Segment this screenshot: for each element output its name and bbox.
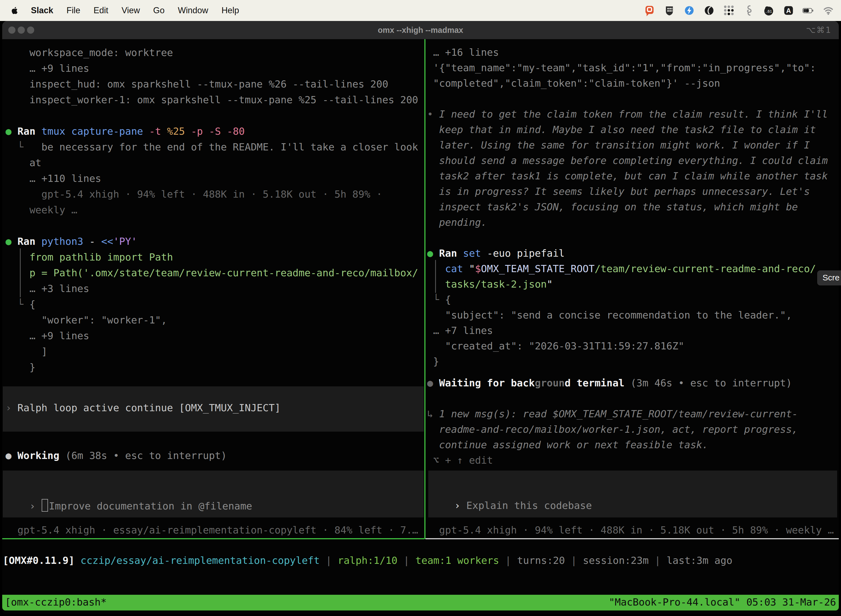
terminal-line: … +9 lines bbox=[6, 60, 424, 76]
omx-status-line: [OMX#0.11.9] cczip/essay/ai-reimplementa… bbox=[3, 554, 732, 567]
terminal-line: from pathlib import Path bbox=[6, 249, 424, 265]
screen-overlay-button[interactable]: Scre bbox=[817, 270, 841, 285]
left-session-status: gpt-5.4 xhigh · essay/ai-reimplementatio… bbox=[6, 524, 418, 537]
working-status: ● Working (6m 38s • esc to interrupt) bbox=[6, 449, 227, 462]
left-pane-log: workspace_mode: worktree … +9 lines insp… bbox=[6, 45, 424, 375]
chat-badge-icon[interactable] bbox=[643, 4, 656, 16]
terminal-line: └ be necessary for the end of the README… bbox=[6, 139, 424, 155]
ralph-loop-status: › Ralph loop active continue [OMX_TMUX_I… bbox=[6, 401, 281, 415]
terminal-line: … +3 lines bbox=[6, 281, 424, 296]
terminal-line: } bbox=[427, 354, 838, 369]
terminal-line: later. Using the same for transition mig… bbox=[427, 138, 838, 153]
terminal-line: › Ralph loop active continue [OMX_TMUX_I… bbox=[6, 401, 281, 415]
terminal-line: at bbox=[6, 155, 424, 170]
terminal-line: readme-and-reco/mailbox/worker-1.json, a… bbox=[427, 422, 838, 437]
terminal-line: keep that in mind. Maybe I also need the… bbox=[427, 122, 838, 138]
terminal-line: workspace_mode: worktree bbox=[6, 45, 424, 60]
composer-placeholder: Improve documentation in @filename bbox=[49, 500, 252, 512]
window-title-bar: omx --xhigh --madmax ⌥⌘1 bbox=[2, 21, 839, 40]
right-pane-bottom-border bbox=[425, 538, 839, 539]
screen-overlay-label: Scre bbox=[822, 273, 840, 282]
menu-window[interactable]: Window bbox=[178, 6, 208, 15]
terminal-line: "worker": "worker-1", bbox=[6, 312, 424, 328]
terminal-line: "MacBook-Pro-44.local" 05:03 31-Mar-26 bbox=[609, 596, 836, 608]
left-pane-bottom-border bbox=[2, 538, 424, 539]
menu-view[interactable]: View bbox=[122, 6, 140, 15]
terminal-line: inspect_worker-1: omx sparkshell --tmux-… bbox=[6, 92, 424, 108]
prompt-chevron: › bbox=[29, 500, 41, 512]
terminal-line: gpt-5.4 xhigh · essay/ai-reimplementatio… bbox=[6, 524, 418, 537]
right-session-status: gpt-5.4 xhigh · 94% left · 488K in · 5.1… bbox=[427, 524, 834, 537]
bolt-circle-icon[interactable] bbox=[683, 4, 695, 16]
terminal-line: '{"team_name":"my-team","task_id":"1","f… bbox=[427, 60, 838, 76]
right-composer-input[interactable]: › Explain this codebase bbox=[431, 486, 592, 525]
terminal-line: "completed","claim_token":"claim-token"}… bbox=[427, 76, 838, 91]
terminal-line: continue assigned work or next feasible … bbox=[427, 437, 838, 453]
terminal-line: inspect task2's JSON, focusing on the st… bbox=[427, 199, 838, 215]
tmux-session-name: [omx-cczip0:bash* bbox=[5, 596, 107, 608]
terminal-line: [omx-cczip0:bash* bbox=[5, 596, 107, 608]
terminal-line: pending. bbox=[427, 215, 838, 230]
macos-menu-bar: Slack File Edit View Go Window Help bbox=[0, 0, 841, 21]
menu-go[interactable]: Go bbox=[153, 6, 164, 15]
svg-text:..61: ..61 bbox=[765, 9, 772, 13]
terminal-line: ] bbox=[6, 343, 424, 359]
prompt-chevron: › bbox=[454, 500, 466, 511]
menu-help[interactable]: Help bbox=[221, 6, 239, 15]
tmux-host-clock: "MacBook-Pro-44.local" 05:03 31-Mar-26 bbox=[609, 596, 836, 608]
window-title: omx --xhigh --madmax bbox=[2, 21, 839, 39]
terminal-line: ↳ 1 new msg(s): read $OMX_TEAM_STATE_ROO… bbox=[427, 406, 838, 422]
menu-status-icons: ..61 A bbox=[643, 4, 841, 16]
terminal-line: weekly … bbox=[6, 202, 424, 218]
svg-text:A: A bbox=[786, 7, 791, 14]
menu-edit[interactable]: Edit bbox=[94, 6, 108, 15]
terminal-line: } bbox=[6, 359, 424, 375]
composer-placeholder: Explain this codebase bbox=[466, 500, 592, 511]
terminal-line: task2 after task1 is complete, but can I… bbox=[427, 168, 838, 184]
terminal-line: ● Ran set -euo pipefail bbox=[427, 246, 838, 261]
terminal-line: … +9 lines bbox=[6, 328, 424, 343]
terminal-line: • I need to get the claim token from the… bbox=[427, 107, 838, 122]
terminal-line: … +16 lines bbox=[427, 45, 838, 60]
terminal-line: gpt-5.4 xhigh · 94% left · 488K in · 5.1… bbox=[427, 524, 834, 537]
input-source-icon[interactable]: A bbox=[782, 4, 795, 16]
terminal-line: p = Path('.omx/state/team/review-current… bbox=[6, 265, 424, 281]
terminal-line: gpt-5.4 xhigh · 94% left · 488K in · 5.1… bbox=[6, 186, 424, 202]
menu-app-name[interactable]: Slack bbox=[31, 6, 53, 15]
grid-shield-icon[interactable] bbox=[663, 4, 675, 16]
squiggle-icon[interactable] bbox=[743, 4, 755, 16]
text-cursor bbox=[42, 499, 48, 512]
apple-menu-icon[interactable] bbox=[10, 6, 19, 15]
terminal-line: ● Ran tmux capture-pane -t %25 -p -S -80 bbox=[6, 123, 424, 139]
right-pane-log: … +16 lines '{"team_name":"my-team","tas… bbox=[427, 45, 838, 468]
terminal-line: cat "$OMX_TEAM_STATE_ROOT/team/review-cu… bbox=[427, 261, 838, 277]
tmux-pane-divider[interactable] bbox=[424, 39, 425, 539]
terminal-line: ● Ran python3 - <<'PY' bbox=[6, 233, 424, 249]
terminal-line: ● Working (6m 38s • esc to interrupt) bbox=[6, 449, 227, 462]
dark-disc-icon[interactable] bbox=[703, 4, 715, 16]
count-badge-icon[interactable]: ..61 bbox=[763, 4, 775, 16]
terminal-line: tasks/task-2.json" bbox=[427, 277, 838, 292]
window-shortcut-hint: ⌥⌘1 bbox=[806, 21, 832, 39]
terminal-line: └ { bbox=[6, 296, 424, 312]
terminal-line: … +7 lines bbox=[427, 323, 838, 338]
terminal-line: "subject": "send a concise recommendatio… bbox=[427, 308, 838, 323]
terminal-line: ⌥ + ↑ edit bbox=[427, 453, 838, 468]
terminal-line: ● Waiting for background terminal (3m 46… bbox=[427, 375, 838, 391]
dots-grid-icon[interactable] bbox=[723, 4, 735, 16]
terminal-line: inspect_hud: omx sparkshell --tmux-pane … bbox=[6, 76, 424, 92]
left-composer-input[interactable]: › Improve documentation in @filename bbox=[6, 486, 252, 526]
terminal-window: omx --xhigh --madmax ⌥⌘1 workspace_mode:… bbox=[2, 21, 839, 614]
terminal-line: └ { bbox=[427, 292, 838, 308]
battery-icon[interactable] bbox=[802, 4, 815, 16]
wifi-icon[interactable] bbox=[822, 4, 834, 16]
terminal-line: "created_at": "2026-03-31T11:59:27.816Z" bbox=[427, 338, 838, 354]
terminal-line: [OMX#0.11.9] cczip/essay/ai-reimplementa… bbox=[3, 554, 732, 567]
terminal-line: should send a message before completing … bbox=[427, 153, 838, 168]
tmux-status-bar: [omx-cczip0:bash* "MacBook-Pro-44.local"… bbox=[2, 595, 839, 610]
terminal-line: … +110 lines bbox=[6, 170, 424, 186]
terminal-line: is in progress? It seems likely but perh… bbox=[427, 184, 838, 199]
menu-file[interactable]: File bbox=[66, 6, 80, 15]
